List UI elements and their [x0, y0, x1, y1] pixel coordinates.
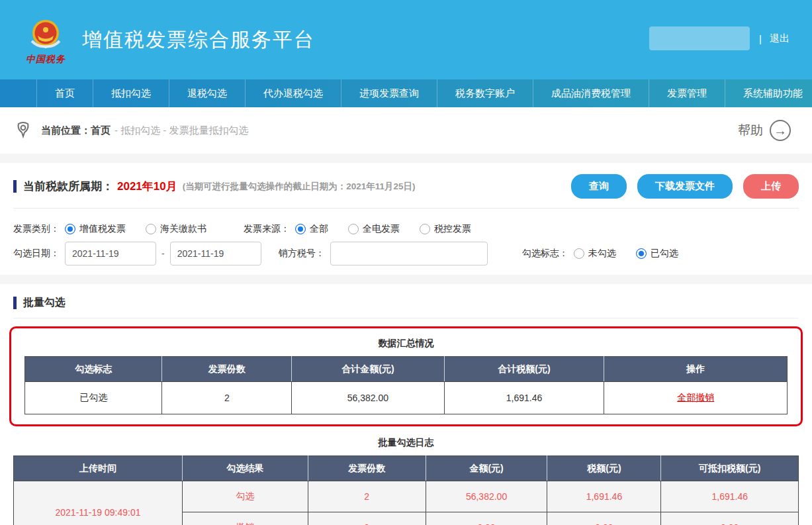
radio-selected-icon — [295, 224, 306, 234]
filter-row-2: 勾选日期： - 销方税号： 勾选标志： 未勾选 已勾选 — [13, 242, 799, 265]
breadcrumb-row: 当前位置：首页 - 抵扣勾选 - 发票批量抵扣勾选 帮助 → — [0, 107, 812, 154]
radio-source-fully-digital[interactable]: 全电发票 — [348, 223, 400, 235]
radio-unselected-icon — [146, 224, 156, 234]
cell-tax: 0.00 — [547, 512, 661, 525]
invoice-source-label: 发票来源： — [244, 223, 290, 235]
nav-item-home[interactable]: 首页 — [36, 79, 93, 107]
logout-link[interactable]: 退出 — [770, 32, 789, 45]
section-divider — [0, 154, 812, 163]
arrow-right-circle-icon: → — [770, 120, 791, 141]
radio-unselected-icon — [420, 224, 430, 234]
cell-invoice-count: 2 — [162, 382, 292, 414]
summary-table-title: 数据汇总情况 — [24, 334, 788, 356]
cell-check-result: 勾选 — [182, 481, 308, 512]
radio-label: 已勾选 — [651, 248, 678, 260]
col-check-flag: 勾选标志 — [25, 357, 162, 382]
tax-emblem-logo: 中国税务 — [20, 19, 71, 66]
col-amount: 金额(元) — [426, 456, 547, 481]
radio-flag-checked[interactable]: 已勾选 — [636, 248, 678, 260]
revoke-all-link[interactable]: 全部撤销 — [677, 392, 714, 403]
page: 中国税务 增值税发票综合服务平台 | 退出 首页 抵扣勾选 退税勾选 代办退税勾… — [0, 0, 812, 525]
main-nav: 首页 抵扣勾选 退税勾选 代办退税勾选 进项发票查询 税务数字账户 成品油消费税… — [0, 79, 812, 107]
radio-flag-unchecked[interactable]: 未勾选 — [574, 248, 616, 260]
col-invoice-count: 发票份数 — [162, 357, 292, 382]
radio-label: 全部 — [310, 223, 328, 235]
upload-button[interactable]: 上传 — [743, 174, 799, 199]
radio-label: 全电发票 — [363, 223, 400, 235]
batch-log-table: 上传时间 勾选结果 发票份数 金额(元) 税额(元) 可抵扣税额(元) 2021… — [13, 455, 799, 525]
nav-item-input-invoice-query[interactable]: 进项发票查询 — [341, 79, 437, 107]
cell-check-result: 撤销 — [182, 512, 308, 525]
radio-label: 未勾选 — [588, 248, 616, 260]
tax-emblem-icon — [26, 19, 65, 53]
section-marker — [13, 180, 17, 193]
query-button[interactable]: 查询 — [571, 174, 627, 199]
nav-item-deduction-check[interactable]: 抵扣勾选 — [93, 79, 169, 107]
user-separator: | — [759, 33, 762, 44]
breadcrumb-current: 当前位置：首页 — [41, 124, 111, 137]
col-total-amount: 合计金额(元) — [292, 357, 444, 382]
col-deductible-tax: 可抵扣税额(元) — [661, 456, 799, 481]
nav-item-tax-refund-check[interactable]: 退税勾选 — [169, 79, 245, 107]
nav-item-refined-oil-tax[interactable]: 成品油消费税管理 — [533, 79, 649, 107]
col-check-result: 勾选结果 — [182, 456, 308, 481]
date-range-separator: - — [161, 248, 165, 259]
help-link[interactable]: 帮助 → — [738, 120, 791, 141]
invoice-type-label: 发票类别： — [13, 223, 60, 235]
cell-deductible-tax: 1,691.46 — [661, 481, 799, 512]
breadcrumb: 当前位置：首页 - 抵扣勾选 - 发票批量抵扣勾选 — [15, 121, 249, 140]
log-row-check: 2021-11-19 09:49:01 勾选 2 56,382.00 1,691… — [14, 481, 799, 512]
check-date-to-input[interactable] — [170, 242, 261, 265]
cell-tax: 1,691.46 — [547, 481, 661, 512]
cell-upload-time: 2021-11-19 09:49:01 — [14, 481, 183, 525]
check-flag-label: 勾选标志： — [522, 248, 568, 260]
section-marker — [13, 297, 17, 309]
cell-invoice-count: 2 — [308, 481, 426, 512]
breadcrumb-trail: - 抵扣勾选 - 发票批量抵扣勾选 — [114, 124, 249, 137]
batch-section-title: 批量勾选 — [23, 296, 66, 310]
cell-amount: 56,382.00 — [426, 481, 547, 512]
logo-caption: 中国税务 — [26, 54, 66, 66]
col-invoice-count: 发票份数 — [308, 456, 426, 481]
summary-data-row: 已勾选 2 56,382.00 1,691.46 全部撤销 — [25, 382, 788, 414]
tax-period-bar: 当前税款所属期： 2021年10月 (当期可进行批量勾选操作的截止日期为：202… — [13, 163, 799, 209]
col-operation: 操作 — [604, 357, 788, 382]
tax-period-label: 当前税款所属期： — [23, 179, 113, 194]
download-invoice-file-button[interactable]: 下载发票文件 — [637, 174, 733, 199]
action-buttons: 查询 下载发票文件 上传 — [571, 174, 799, 199]
filter-row-1: 发票类别： 增值税发票 海关缴款书 发票来源： 全部 全电发票 税控发票 — [13, 223, 799, 235]
cell-total-tax: 1,691.46 — [444, 382, 604, 414]
seller-tax-no-input[interactable] — [330, 242, 488, 265]
col-upload-time: 上传时间 — [14, 456, 183, 481]
radio-selected-icon — [65, 224, 75, 234]
nav-item-agent-refund-check[interactable]: 代办退税勾选 — [245, 79, 341, 107]
radio-label: 税控发票 — [434, 223, 471, 235]
app-title: 增值税发票综合服务平台 — [82, 26, 315, 54]
log-header-row: 上传时间 勾选结果 发票份数 金额(元) 税额(元) 可抵扣税额(元) — [14, 456, 799, 481]
cell-deductible-tax: 0.00 — [661, 512, 799, 525]
summary-highlight-box: 数据汇总情况 勾选标志 发票份数 合计金额(元) 合计税额(元) 操作 已勾选 … — [9, 326, 803, 426]
nav-item-system-aux[interactable]: 系统辅助功能 — [725, 79, 812, 107]
radio-customs-payment[interactable]: 海关缴款书 — [146, 223, 206, 235]
nav-item-tax-digital-account[interactable]: 税务数字账户 — [437, 79, 533, 107]
batch-section-header: 批量勾选 — [13, 292, 799, 318]
seller-tax-no-label: 销方税号： — [279, 248, 325, 260]
col-tax: 税额(元) — [547, 456, 661, 481]
radio-unselected-icon — [348, 224, 359, 234]
log-table-title: 批量勾选日志 — [13, 426, 799, 455]
header: 中国税务 增值税发票综合服务平台 | 退出 — [0, 0, 812, 79]
radio-vat-invoice[interactable]: 增值税发票 — [65, 223, 126, 235]
radio-source-all[interactable]: 全部 — [295, 223, 328, 235]
help-label: 帮助 — [738, 122, 763, 139]
check-date-from-input[interactable] — [65, 242, 156, 265]
cell-invoice-count: 0 — [308, 512, 426, 525]
nav-item-invoice-management[interactable]: 发票管理 — [649, 79, 725, 107]
radio-source-tax-controlled[interactable]: 税控发票 — [420, 223, 471, 235]
section-divider — [0, 275, 812, 284]
username-redacted — [649, 26, 750, 50]
summary-header-row: 勾选标志 发票份数 合计金额(元) 合计税额(元) 操作 — [25, 357, 788, 382]
location-pin-icon — [15, 121, 32, 140]
tax-period-value: 2021年10月 — [117, 179, 177, 194]
user-area: | 退出 — [649, 26, 789, 50]
radio-unselected-icon — [574, 248, 584, 259]
